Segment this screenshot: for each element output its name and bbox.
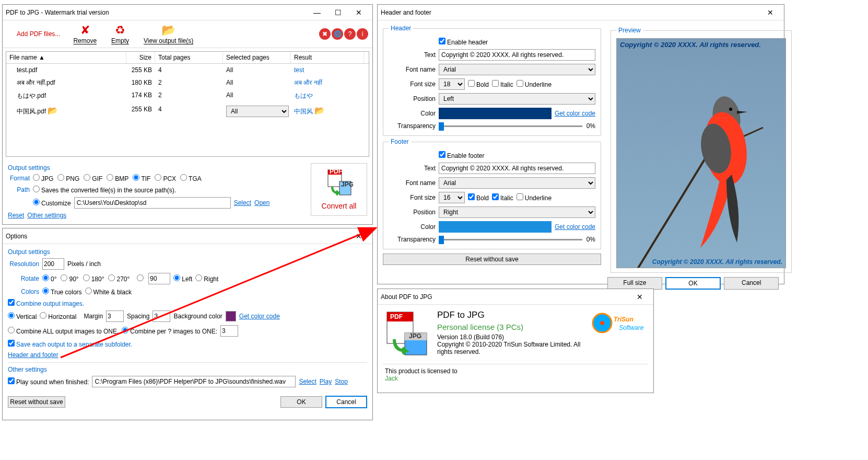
format-png-radio[interactable]: PNG	[57, 175, 79, 182]
header-position-select[interactable]: Left	[439, 93, 595, 105]
rotate-left-radio[interactable]: Left	[173, 274, 192, 283]
rotate-0°-radio[interactable]: 0°	[42, 275, 56, 283]
rotate-custom-radio[interactable]	[137, 274, 145, 283]
footer-bold-checkbox[interactable]: Bold	[468, 193, 489, 202]
col-total[interactable]: Total pages	[155, 52, 223, 63]
select-path-link[interactable]: Select	[234, 199, 251, 206]
options-ok-button[interactable]: OK	[280, 396, 322, 408]
svg-text:PDF: PDF	[390, 313, 403, 320]
col-filename[interactable]: File name ▲	[6, 52, 126, 63]
add-files-button[interactable]: PDF+ Add PDF files...	[7, 27, 66, 41]
enable-header-checkbox[interactable]: Enable header	[439, 38, 488, 46]
footer-font-select[interactable]: Arial	[439, 177, 595, 189]
open-path-link[interactable]: Open	[254, 199, 269, 206]
sound-stop-link[interactable]: Stop	[335, 378, 348, 385]
custom-path-input[interactable]	[74, 197, 231, 209]
footer-transparency-slider[interactable]	[439, 239, 582, 240]
settings-icon[interactable]: ✖	[319, 28, 331, 40]
about-license: Personal license (3 PCs)	[437, 323, 583, 331]
rotate-180°-radio[interactable]: 180°	[83, 275, 104, 283]
format-pcx-radio[interactable]: PCX	[155, 175, 176, 182]
vertical-radio[interactable]: Vertical	[8, 312, 37, 320]
hf-cancel-button[interactable]: Cancel	[724, 277, 779, 290]
format-jpg-radio[interactable]: JPG	[33, 175, 53, 182]
format-tif-radio[interactable]: TIF	[133, 175, 150, 182]
header-footer-link[interactable]: Header and footer	[8, 351, 58, 359]
empty-button[interactable]: ♻Empty	[104, 22, 136, 45]
col-selected[interactable]: Selected pages	[223, 52, 291, 63]
options-cancel-button[interactable]: Cancel	[325, 396, 367, 408]
header-bold-checkbox[interactable]: Bold	[468, 80, 489, 88]
margin-input[interactable]	[106, 310, 124, 322]
options-reset-button[interactable]: Reset without save	[8, 396, 65, 408]
sound-select-link[interactable]: Select	[299, 378, 316, 385]
footer-text-input[interactable]	[439, 163, 595, 174]
true-colors-radio[interactable]: True colors	[42, 288, 82, 296]
combine-per-input[interactable]	[220, 325, 238, 337]
col-size[interactable]: Size	[126, 52, 155, 63]
enable-footer-checkbox[interactable]: Enable footer	[439, 151, 484, 159]
footer-italic-checkbox[interactable]: Italic	[492, 193, 513, 202]
rotate-custom-input[interactable]	[148, 273, 170, 284]
play-sound-checkbox[interactable]: Play sound when finished:	[8, 377, 89, 386]
convert-all-button[interactable]: PDFJPG Convert all	[311, 163, 367, 216]
help-icon[interactable]: ?	[344, 28, 356, 40]
rotate-270°-radio[interactable]: 270°	[108, 275, 130, 283]
source-path-radio[interactable]: Saves the converted file(s) in the sourc…	[33, 186, 176, 194]
other-settings-link[interactable]: Other settings	[27, 212, 66, 219]
table-row[interactable]: 中国风.pdf 📂255 KB4All中国风 📂	[6, 103, 369, 120]
rotate-right-radio[interactable]: Right	[195, 274, 218, 283]
col-result[interactable]: Result	[291, 52, 364, 63]
header-color-link[interactable]: Get color code	[555, 110, 595, 117]
footer-position-select[interactable]: Right	[439, 206, 595, 218]
bgcolor-swatch[interactable]	[226, 311, 236, 321]
sound-play-link[interactable]: Play	[320, 378, 332, 385]
full-size-button[interactable]: Full size	[607, 277, 662, 290]
horizontal-radio[interactable]: Horizontal	[40, 312, 76, 320]
minimize-button[interactable]: —	[307, 5, 327, 20]
resolution-input[interactable]	[42, 258, 64, 270]
footer-underline-checkbox[interactable]: Underline	[517, 193, 552, 202]
info-icon[interactable]: i	[357, 28, 368, 40]
format-bmp-radio[interactable]: BMP	[107, 175, 128, 182]
white-black-radio[interactable]: White & black	[85, 288, 132, 296]
rotate-90°-radio[interactable]: 90°	[61, 275, 78, 283]
header-size-select[interactable]: 18	[439, 78, 465, 90]
footer-size-select[interactable]: 16	[439, 192, 465, 203]
options-close-button[interactable]: ✕	[348, 229, 369, 244]
remove-button[interactable]: ✘Remove	[66, 22, 104, 45]
table-row[interactable]: もはや.pdf174 KB2Allもはや	[6, 89, 369, 103]
reset-link[interactable]: Reset	[8, 212, 24, 219]
footer-color-link[interactable]: Get color code	[555, 223, 595, 231]
hf-titlebar: Header and footer ✕	[378, 5, 784, 20]
table-row[interactable]: test.pdf255 KB4Alltest	[6, 64, 369, 76]
format-gif-radio[interactable]: GIF	[84, 175, 102, 182]
about-user: Jack	[385, 375, 646, 382]
about-close-button[interactable]: ✕	[629, 290, 650, 304]
selected-pages-select[interactable]: All	[226, 106, 289, 117]
save-sub-checkbox[interactable]: Save each output to a separate subfolder…	[8, 340, 132, 348]
header-underline-checkbox[interactable]: Underline	[517, 80, 552, 88]
header-transparency-slider[interactable]	[439, 125, 582, 127]
customize-radio[interactable]: Customize	[33, 199, 71, 207]
spacing-input[interactable]	[153, 310, 170, 322]
combine-all-radio[interactable]: Combine ALL output images to ONE.	[8, 327, 119, 335]
footer-color-swatch[interactable]	[439, 221, 552, 233]
header-font-select[interactable]: Arial	[439, 64, 595, 75]
hf-ok-button[interactable]: OK	[665, 277, 721, 290]
maximize-button[interactable]: ☐	[327, 5, 348, 20]
format-tga-radio[interactable]: TGA	[180, 175, 202, 182]
header-text-input[interactable]	[439, 49, 595, 61]
web-icon[interactable]: 🌐	[332, 28, 343, 40]
header-italic-checkbox[interactable]: Italic	[492, 80, 513, 88]
header-color-swatch[interactable]	[439, 108, 552, 119]
combine-checkbox[interactable]: Combine output images.	[8, 299, 84, 307]
table-row[interactable]: अब और नहीं.pdf180 KB2Allअब और नहीं	[6, 76, 369, 89]
combine-per-radio[interactable]: Combine per ? images to ONE:	[122, 327, 217, 335]
close-button[interactable]: ✕	[348, 5, 369, 20]
get-color-link[interactable]: Get color code	[239, 313, 280, 320]
view-output-button[interactable]: 📂View output file(s)	[136, 22, 201, 45]
sound-path-input[interactable]	[92, 376, 296, 387]
hf-reset-button[interactable]: Reset without save	[383, 254, 601, 265]
hf-close-button[interactable]: ✕	[760, 5, 781, 20]
